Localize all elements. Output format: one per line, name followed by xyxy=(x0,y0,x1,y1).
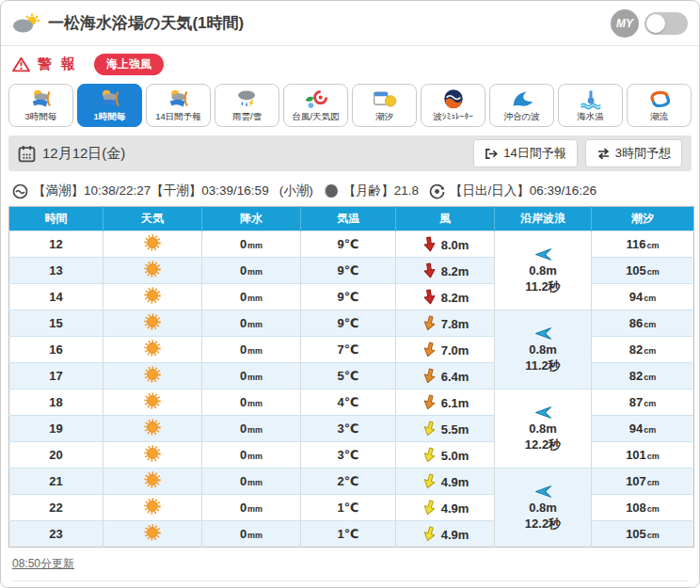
forecast-row-22: 220mm1℃4.9m108cm xyxy=(9,495,694,521)
current-tab-icon xyxy=(645,87,674,110)
wave-direction-arrow xyxy=(495,246,591,262)
sunny-icon xyxy=(143,478,162,492)
wind-direction-arrow xyxy=(422,370,438,384)
forecast-row-18: 180mm4℃6.1m0.8m12.2秒87cm xyxy=(9,389,694,416)
wind-direction-arrow xyxy=(422,422,438,437)
precip-cell: 0mm xyxy=(202,469,301,495)
time-cell: 20 xyxy=(9,442,103,469)
tide-cell: 87cm xyxy=(592,389,694,416)
forecast-14day-button[interactable]: 14日間予報 xyxy=(473,139,577,167)
sunny-icon xyxy=(143,425,162,439)
wave-direction-arrow xyxy=(495,405,591,421)
precip-cell: 0mm xyxy=(202,337,301,363)
wave-height-period: 0.8m12.2秒 xyxy=(495,501,591,532)
sunrise-sunset-icon xyxy=(429,183,445,199)
sunny-icon xyxy=(143,294,162,308)
weather-cell xyxy=(103,469,202,495)
footer: 08:50分更新 xyxy=(1,548,699,581)
forecast-row-17: 170mm5℃6.4m82cm xyxy=(9,363,694,389)
temp-cell: 9℃ xyxy=(301,284,396,310)
wind-cell: 8.2m xyxy=(396,284,495,310)
tab-label: 海水温 xyxy=(577,111,604,123)
precip-cell: 0mm xyxy=(202,495,301,521)
tab-typhoon[interactable]: 台風/天気図 xyxy=(283,84,348,127)
forecast-row-23: 230mm1℃4.9m105cm xyxy=(9,521,694,548)
tab-3h[interactable]: 3時間毎 xyxy=(8,84,73,127)
swap-arrows-icon xyxy=(597,148,611,160)
time-cell: 12 xyxy=(9,231,103,258)
wind-cell: 6.1m xyxy=(396,389,495,416)
tab-current[interactable]: 潮流 xyxy=(627,84,692,127)
time-cell: 23 xyxy=(9,521,103,548)
temp-cell: 2℃ xyxy=(301,469,396,495)
weather-cell xyxy=(103,521,202,548)
tide-tab-icon xyxy=(371,87,399,110)
weather-widget: 一松海水浴場の天気(1時間) MY 警報 海上強風 3時間毎1時間毎14日間予報… xyxy=(0,0,700,588)
temp-cell: 3℃ xyxy=(301,442,396,469)
tab-1h[interactable]: 1時間毎 xyxy=(77,84,142,127)
sunny-icon xyxy=(143,346,162,360)
moon-phase-icon xyxy=(324,183,339,199)
wind-direction-arrow xyxy=(422,528,438,542)
3h-tab-icon xyxy=(27,87,56,110)
hourly-forecast-table: 時間天気降水気温風沿岸波浪潮汐 120mm9℃8.0m0.8m11.2秒116c… xyxy=(8,206,694,548)
tide-cell: 82cm xyxy=(592,337,694,363)
column-header: 時間 xyxy=(9,207,103,231)
tide-cell: 108cm xyxy=(592,495,694,521)
tab-tide[interactable]: 潮汐 xyxy=(352,84,417,127)
time-cell: 21 xyxy=(9,469,103,495)
wind-cell: 4.9m xyxy=(396,495,495,521)
tab-label: 潮汐 xyxy=(375,111,393,123)
tab-offshore[interactable]: 沖合の波 xyxy=(489,84,554,127)
14d-tab-icon xyxy=(165,87,193,110)
wind-cell: 4.9m xyxy=(396,521,495,548)
weather-cell xyxy=(103,310,202,337)
sunny-icon xyxy=(143,452,162,466)
precip-cell: 0mm xyxy=(202,258,301,284)
tab-14d[interactable]: 14日間予報 xyxy=(146,84,211,127)
column-header: 沿岸波浪 xyxy=(495,207,592,231)
forecast-3hour-label: 3時間予想 xyxy=(615,145,671,162)
tide-times-text: 【満潮】10:38/22:27【干潮】03:39/16:59 xyxy=(33,183,269,199)
my-badge[interactable]: MY xyxy=(611,9,639,38)
wind-direction-arrow xyxy=(422,238,438,252)
weather-cell xyxy=(103,337,202,363)
wind-direction-arrow xyxy=(422,449,438,463)
tab-wavesim[interactable]: 波ｼﾐｭﾚｰﾀｰ xyxy=(421,84,485,127)
updated-time-link[interactable]: 08:50分更新 xyxy=(12,557,74,570)
tab-label: 雨雲/雪 xyxy=(232,111,262,123)
table-header-row: 時間天気降水気温風沿岸波浪潮汐 xyxy=(9,207,694,231)
tide-cell: 86cm xyxy=(592,310,694,337)
time-cell: 22 xyxy=(9,495,103,521)
time-cell: 19 xyxy=(9,416,103,442)
wave-cell: 0.8m11.2秒 xyxy=(495,310,592,389)
tide-phase-text: (小潮) xyxy=(279,183,313,199)
column-header: 潮汐 xyxy=(592,207,694,231)
forecast-14day-label: 14日間予報 xyxy=(503,145,565,162)
wind-direction-arrow xyxy=(422,264,438,278)
forecast-3hour-button[interactable]: 3時間予想 xyxy=(585,139,682,167)
temp-cell: 9℃ xyxy=(301,258,396,284)
wind-cell: 5.0m xyxy=(396,442,495,469)
wave-cell: 0.8m11.2秒 xyxy=(495,231,592,310)
tab-seatemp[interactable]: 海水温 xyxy=(558,84,623,127)
page-title: 一松海水浴場の天気(1時間) xyxy=(48,12,244,34)
time-cell: 17 xyxy=(9,363,103,389)
sunny-icon xyxy=(143,320,162,334)
weather-cell xyxy=(103,363,202,389)
tab-label: 14日間予報 xyxy=(155,111,201,123)
current-date: 12月12日(金) xyxy=(42,145,125,163)
moon-age-text: 【月齢】21.8 xyxy=(343,183,419,199)
precip-cell: 0mm xyxy=(202,363,301,389)
column-header: 天気 xyxy=(103,207,202,231)
wave-cell: 0.8m12.2秒 xyxy=(495,469,592,548)
wind-cell: 7.8m xyxy=(396,310,495,337)
time-cell: 13 xyxy=(9,258,103,284)
weather-cell xyxy=(103,389,202,416)
weather-cell xyxy=(103,231,202,258)
alert-badge-gale[interactable]: 海上強風 xyxy=(94,54,164,75)
temp-cell: 9℃ xyxy=(301,310,396,337)
tab-radar[interactable]: 雨雲/雪 xyxy=(215,84,279,127)
calendar-icon xyxy=(18,145,36,163)
my-toggle-switch[interactable] xyxy=(644,12,688,35)
